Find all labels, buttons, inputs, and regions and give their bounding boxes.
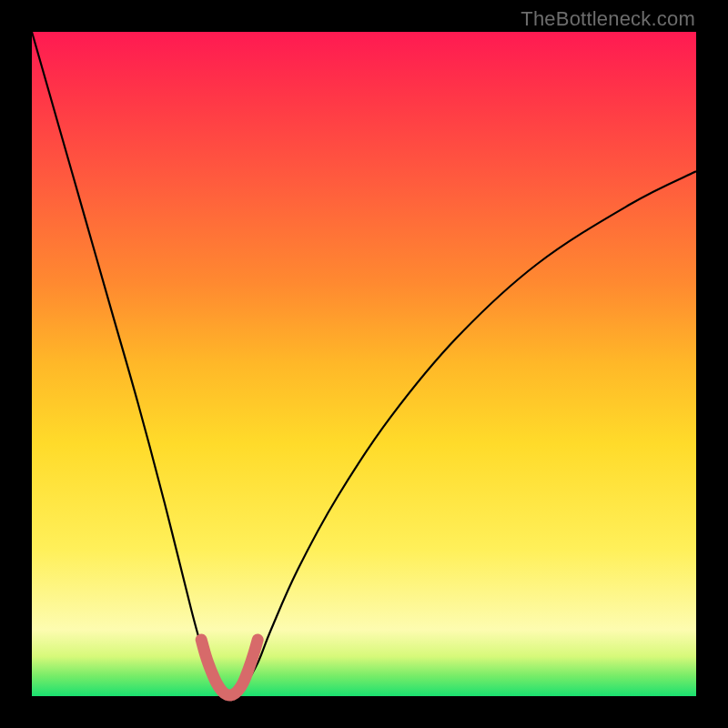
bottom-highlight: [201, 640, 258, 695]
bottleneck-curve: [32, 32, 696, 696]
watermark-text: TheBottleneck.com: [521, 7, 695, 31]
plot-area: [32, 32, 696, 696]
chart-frame: TheBottleneck.com: [0, 0, 728, 728]
curve-layer: [32, 32, 696, 696]
